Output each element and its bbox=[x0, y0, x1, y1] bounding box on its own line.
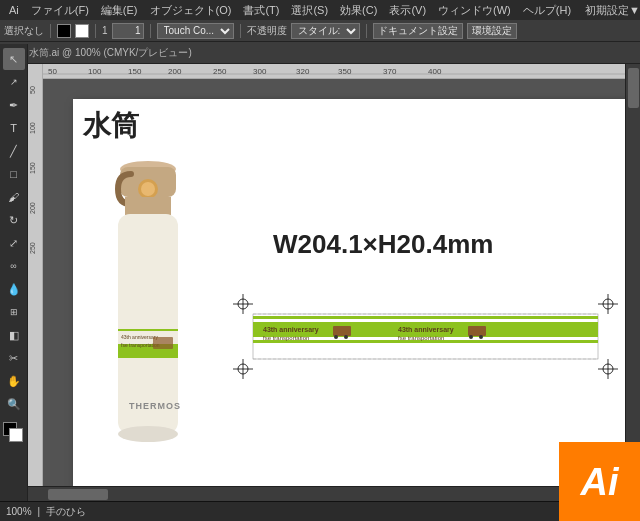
svg-rect-22 bbox=[125, 197, 171, 215]
status-sep: | bbox=[38, 506, 41, 517]
scrollbar-horizontal[interactable] bbox=[28, 486, 625, 501]
menu-object[interactable]: オブジェクト(O) bbox=[145, 3, 237, 18]
tool-scissors[interactable]: ✂ bbox=[3, 347, 25, 369]
menu-effect[interactable]: 効果(C) bbox=[335, 3, 382, 18]
toolbar-sep-1 bbox=[50, 24, 51, 38]
env-settings-btn[interactable]: 環境設定 bbox=[467, 23, 517, 39]
svg-text:320: 320 bbox=[296, 67, 310, 76]
tool-hand[interactable]: ✋ bbox=[3, 370, 25, 392]
tool-pen[interactable]: ✒ bbox=[3, 94, 25, 116]
stroke-width-input[interactable] bbox=[112, 23, 144, 39]
file-path: ●■▲ 水筒.ai @ 100% (CMYK/プレビュー) bbox=[4, 46, 192, 60]
menu-bar: Ai ファイル(F) 編集(E) オブジェクト(O) 書式(T) 選択(S) 効… bbox=[0, 0, 640, 20]
svg-text:200: 200 bbox=[168, 67, 182, 76]
canvas-area: 水筒 bbox=[43, 79, 625, 501]
svg-text:150: 150 bbox=[128, 67, 142, 76]
ai-logo: Ai bbox=[559, 442, 640, 521]
scroll-thumb-horizontal[interactable] bbox=[48, 489, 108, 500]
svg-rect-30 bbox=[153, 337, 173, 349]
svg-text:150: 150 bbox=[29, 162, 36, 174]
current-tool: 手のひら bbox=[46, 505, 86, 519]
svg-text:100: 100 bbox=[88, 67, 102, 76]
tool-eyedropper[interactable]: 💧 bbox=[3, 278, 25, 300]
svg-text:400: 400 bbox=[428, 67, 442, 76]
menu-select[interactable]: 選択(S) bbox=[286, 3, 333, 18]
toolbar-sep-3 bbox=[150, 24, 151, 38]
status-bar: 100% | 手のひら bbox=[0, 501, 640, 521]
svg-point-52 bbox=[344, 335, 348, 339]
tool-zoom[interactable]: 🔍 bbox=[3, 393, 25, 415]
toolbar-sep-5 bbox=[366, 24, 367, 38]
toolbar-sep-2 bbox=[95, 24, 96, 38]
zoom-level: 100% bbox=[6, 506, 32, 517]
svg-text:250: 250 bbox=[213, 67, 227, 76]
svg-rect-55 bbox=[468, 326, 486, 336]
menu-edit[interactable]: 編集(E) bbox=[96, 3, 143, 18]
tool-rect[interactable]: □ bbox=[3, 163, 25, 185]
menu-ai[interactable]: Ai bbox=[4, 4, 24, 16]
scroll-thumb-vertical[interactable] bbox=[628, 68, 639, 108]
menu-type[interactable]: 書式(T) bbox=[238, 3, 284, 18]
tool-type[interactable]: T bbox=[3, 117, 25, 139]
style-select[interactable]: スタイル: bbox=[291, 23, 360, 39]
svg-text:350: 350 bbox=[338, 67, 352, 76]
stroke-color[interactable] bbox=[75, 24, 89, 38]
stroke-swatch[interactable] bbox=[9, 428, 23, 442]
doc-settings-btn[interactable]: ドキュメント設定 bbox=[373, 23, 463, 39]
svg-text:200: 200 bbox=[29, 202, 36, 214]
tool-select[interactable]: ↖ bbox=[3, 48, 25, 70]
svg-rect-25 bbox=[118, 329, 178, 331]
svg-text:50: 50 bbox=[29, 86, 36, 94]
svg-point-57 bbox=[479, 335, 483, 339]
menu-window[interactable]: ウィンドウ(W) bbox=[433, 3, 516, 18]
tool-blend[interactable]: ∞ bbox=[3, 255, 25, 277]
design-template-area: 43th anniversary fse transportation 43th… bbox=[233, 294, 618, 379]
svg-point-21 bbox=[141, 182, 155, 196]
svg-rect-45 bbox=[253, 316, 598, 319]
svg-text:43th anniversary: 43th anniversary bbox=[121, 334, 158, 340]
ruler-vertical: 50 100 150 200 250 bbox=[28, 64, 43, 501]
svg-rect-50 bbox=[333, 326, 351, 336]
svg-text:100: 100 bbox=[29, 122, 36, 134]
selection-label: 選択なし bbox=[4, 24, 44, 38]
dimension-text: W204.1×H20.4mm bbox=[273, 229, 493, 260]
toolbar-main: 選択なし 1 Touch Co... 不透明度 スタイル: ドキュメント設定 環… bbox=[0, 20, 640, 42]
fill-color[interactable] bbox=[57, 24, 71, 38]
tool-gradient[interactable]: ◧ bbox=[3, 324, 25, 346]
svg-text:fse transportation: fse transportation bbox=[263, 335, 309, 341]
toolbar-secondary: ●■▲ 水筒.ai @ 100% (CMYK/プレビュー) bbox=[0, 42, 640, 64]
svg-text:fse transportation: fse transportation bbox=[398, 335, 444, 341]
document-canvas: 水筒 bbox=[73, 99, 625, 489]
scrollbar-vertical[interactable] bbox=[625, 64, 640, 501]
stroke-width: 1 bbox=[102, 25, 108, 36]
opacity-label: 不透明度 bbox=[247, 24, 287, 38]
tool-rotate[interactable]: ↻ bbox=[3, 209, 25, 231]
menu-view[interactable]: 表示(V) bbox=[384, 3, 431, 18]
menu-help[interactable]: ヘルプ(H) bbox=[518, 3, 576, 18]
svg-point-56 bbox=[469, 335, 473, 339]
svg-text:43th anniversary: 43th anniversary bbox=[263, 326, 319, 334]
touch-select[interactable]: Touch Co... bbox=[157, 23, 234, 39]
toolbar-sep-4 bbox=[240, 24, 241, 38]
ruler-horizontal: 50 100 150 200 250 300 320 350 370 400 bbox=[28, 64, 625, 79]
tool-brush[interactable]: 🖌 bbox=[3, 186, 25, 208]
menu-file[interactable]: ファイル(F) bbox=[26, 3, 94, 18]
svg-text:370: 370 bbox=[383, 67, 397, 76]
tool-scale[interactable]: ⤢ bbox=[3, 232, 25, 254]
svg-text:THERMOS: THERMOS bbox=[129, 401, 181, 411]
svg-text:250: 250 bbox=[29, 242, 36, 254]
ai-logo-text: Ai bbox=[581, 463, 619, 501]
svg-text:43th anniversary: 43th anniversary bbox=[398, 326, 454, 334]
tool-mesh[interactable]: ⊞ bbox=[3, 301, 25, 323]
tool-direct-select[interactable]: ↗ bbox=[3, 71, 25, 93]
svg-rect-27 bbox=[118, 356, 178, 358]
thermos-bottle: 43th anniversary fse transportation THER… bbox=[93, 139, 213, 469]
menu-extra[interactable]: 初期設定▼ bbox=[580, 3, 640, 18]
svg-rect-0 bbox=[28, 64, 625, 79]
svg-point-51 bbox=[334, 335, 338, 339]
tools-panel: ↖ ↗ ✒ T ╱ □ 🖌 ↻ ⤢ ∞ 💧 ⊞ ◧ ✂ ✋ 🔍 bbox=[0, 44, 28, 501]
svg-text:300: 300 bbox=[253, 67, 267, 76]
svg-text:50: 50 bbox=[48, 67, 57, 76]
tool-line[interactable]: ╱ bbox=[3, 140, 25, 162]
svg-point-24 bbox=[118, 426, 178, 442]
